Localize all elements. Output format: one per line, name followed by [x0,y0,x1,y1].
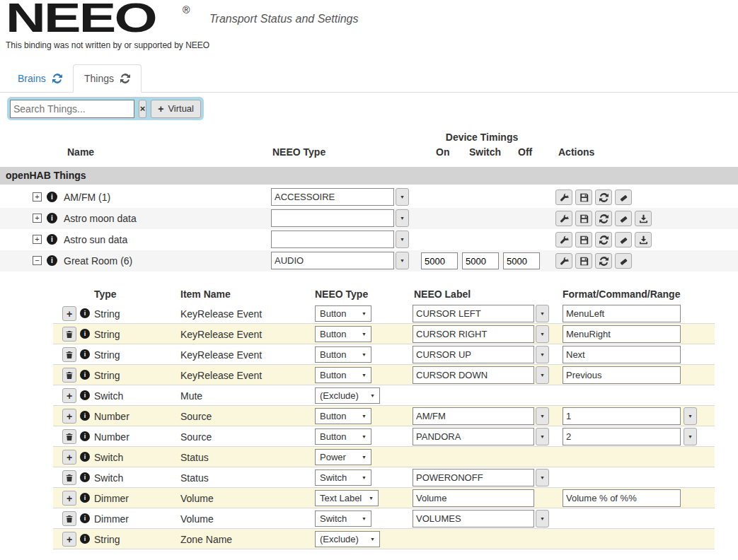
delete-button[interactable] [615,189,632,205]
info-icon[interactable]: i [47,255,57,266]
add-virtual-button[interactable]: + Virtual [151,100,201,118]
expand-icon[interactable]: + [33,235,42,244]
delete-channel-button[interactable] [62,429,76,444]
format-input[interactable] [563,366,681,384]
info-icon[interactable]: i [80,513,90,523]
neeo-label-dropdown-button[interactable]: ▼ [536,346,549,363]
neeo-label-input[interactable] [413,325,534,343]
neeo-label-input[interactable] [413,469,534,486]
add-channel-button[interactable]: + [62,306,76,321]
restore-button[interactable] [555,253,572,269]
neeo-label-input[interactable] [413,305,534,322]
clear-search-button[interactable]: × [139,100,146,118]
neeo-type-input[interactable] [271,209,394,227]
format-input[interactable] [563,346,681,363]
delete-channel-button[interactable] [62,368,76,383]
expand-icon[interactable]: + [33,214,42,223]
neeo-type-dropdown-button[interactable]: ▼ [396,209,409,227]
channel-neeo-type-select[interactable]: Power▼ [315,449,371,465]
refresh-button[interactable] [595,211,612,226]
restore-button[interactable] [555,189,572,205]
neeo-label-dropdown-button[interactable]: ▼ [536,407,549,425]
save-button[interactable] [575,253,592,269]
add-channel-button[interactable]: + [62,532,76,547]
neeo-label-dropdown-button[interactable]: ▼ [536,305,549,322]
info-icon[interactable]: i [80,534,90,544]
neeo-label-input[interactable] [413,407,534,425]
info-icon[interactable]: i [80,472,90,482]
timing-switch-input[interactable] [462,252,499,269]
neeo-label-input[interactable] [413,489,534,507]
delete-channel-button[interactable] [62,470,76,485]
info-icon[interactable]: i [80,370,90,380]
expand-icon[interactable]: + [33,192,42,202]
info-icon[interactable]: i [80,308,90,318]
channel-neeo-type-select[interactable]: Button▼ [315,346,371,363]
channel-neeo-type-select[interactable]: Button▼ [315,428,371,445]
info-icon[interactable]: i [47,213,57,223]
format-input[interactable] [563,305,681,322]
info-icon[interactable]: i [80,349,90,359]
timing-on-input[interactable] [421,252,458,269]
neeo-label-dropdown-button[interactable]: ▼ [536,325,549,343]
neeo-type-input[interactable] [271,252,394,269]
save-button[interactable] [575,232,592,247]
channel-neeo-type-select[interactable]: Button▼ [315,408,371,424]
add-channel-button[interactable]: + [62,491,76,506]
refresh-icon[interactable] [52,74,62,83]
export-button[interactable] [635,232,652,247]
delete-channel-button[interactable] [62,347,76,362]
info-icon[interactable]: i [80,390,90,400]
format-dropdown-button[interactable]: ▼ [684,407,697,425]
neeo-label-input[interactable] [413,510,534,527]
info-icon[interactable]: i [47,192,57,202]
format-input[interactable] [563,325,681,343]
neeo-label-dropdown-button[interactable]: ▼ [536,510,549,527]
neeo-label-input[interactable] [413,366,534,384]
channel-neeo-type-select[interactable]: Switch▼ [315,511,371,527]
save-button[interactable] [575,189,592,205]
export-button[interactable] [635,211,652,226]
search-input[interactable] [10,100,134,118]
format-input[interactable] [563,407,681,425]
info-icon[interactable]: i [80,329,90,339]
info-icon[interactable]: i [80,431,90,441]
neeo-label-dropdown-button[interactable]: ▼ [536,366,549,384]
timing-off-input[interactable] [503,252,540,269]
refresh-button[interactable] [595,189,612,205]
format-dropdown-button[interactable]: ▼ [684,428,697,445]
delete-channel-button[interactable] [62,327,76,342]
delete-button[interactable] [615,232,632,247]
refresh-icon[interactable] [120,74,130,83]
delete-button[interactable] [615,211,632,226]
refresh-button[interactable] [595,253,612,269]
channel-neeo-type-select[interactable]: Button▼ [315,326,371,342]
add-channel-button[interactable]: + [62,409,76,424]
tab-brains[interactable]: Brains [7,64,73,93]
delete-button[interactable] [615,253,632,269]
neeo-type-dropdown-button[interactable]: ▼ [396,188,409,206]
tab-things[interactable]: Things [73,64,142,93]
add-channel-button[interactable]: + [62,388,76,403]
neeo-label-dropdown-button[interactable]: ▼ [536,469,549,486]
channel-neeo-type-select[interactable]: (Exclude)▼ [315,387,380,404]
channel-neeo-type-select[interactable]: Switch▼ [315,469,371,486]
neeo-label-input[interactable] [413,428,534,445]
channel-neeo-type-select[interactable]: Button▼ [315,305,371,322]
neeo-label-input[interactable] [413,346,534,363]
restore-button[interactable] [555,232,572,247]
neeo-type-input[interactable] [271,188,394,206]
neeo-type-dropdown-button[interactable]: ▼ [396,231,409,248]
collapse-icon[interactable]: − [33,256,42,265]
refresh-button[interactable] [595,232,612,247]
info-icon[interactable]: i [80,493,90,503]
channel-neeo-type-select[interactable]: Text Label▼ [315,490,379,506]
info-icon[interactable]: i [80,452,90,462]
channel-neeo-type-select[interactable]: (Exclude)▼ [315,531,380,547]
format-input[interactable] [563,489,681,507]
format-input[interactable] [563,428,681,445]
info-icon[interactable]: i [47,234,57,245]
neeo-type-input[interactable] [271,231,394,248]
delete-channel-button[interactable] [62,511,76,526]
neeo-type-dropdown-button[interactable]: ▼ [396,252,409,269]
